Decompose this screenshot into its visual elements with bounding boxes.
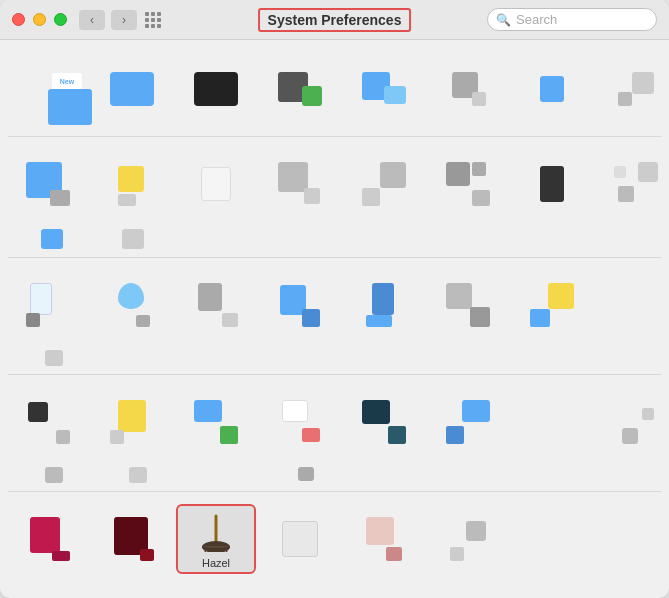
pref-icon-r2-1[interactable] xyxy=(8,149,88,219)
pref-icon-r2-4[interactable] xyxy=(260,149,340,219)
titlebar: ‹ › System Preferences 🔍 Search xyxy=(0,0,669,40)
system-preferences-window: ‹ › System Preferences 🔍 Search xyxy=(0,0,669,598)
traffic-lights xyxy=(12,13,67,26)
pref-icon-hazel[interactable]: Hazel xyxy=(176,504,256,574)
forward-button[interactable]: › xyxy=(111,10,137,30)
forward-icon: › xyxy=(122,13,126,27)
pref-icon-r4-5[interactable] xyxy=(344,387,424,457)
pref-icon-r2-5[interactable] xyxy=(344,149,424,219)
pref-icon-r1-3[interactable] xyxy=(176,54,256,124)
pref-icon-r1-5[interactable] xyxy=(344,54,424,124)
pref-icon-r4-8[interactable] xyxy=(596,387,669,457)
window-title: System Preferences xyxy=(258,8,412,32)
pref-icon-r1-7[interactable] xyxy=(512,54,592,124)
separator-1 xyxy=(8,136,661,137)
pref-icon-r3-6[interactable] xyxy=(428,270,508,340)
separator-2 xyxy=(8,257,661,258)
pref-icon-r3-3[interactable] xyxy=(176,270,256,340)
pref-icon-r2-3[interactable] xyxy=(176,149,256,219)
hazel-label: Hazel xyxy=(202,557,230,569)
maximize-button[interactable] xyxy=(54,13,67,26)
search-placeholder: Search xyxy=(516,12,557,27)
icon-row-2 xyxy=(8,145,661,223)
search-box[interactable]: 🔍 Search xyxy=(487,8,657,31)
pref-icon-r3-1[interactable] xyxy=(8,270,88,340)
close-button[interactable] xyxy=(12,13,25,26)
svg-line-5 xyxy=(221,548,222,552)
search-icon: 🔍 xyxy=(496,13,511,27)
pref-icon-r4-1[interactable] xyxy=(8,387,88,457)
nav-buttons: ‹ › xyxy=(79,10,137,30)
pref-icon-r3-5[interactable] xyxy=(344,270,424,340)
hazel-broom-icon xyxy=(199,512,233,552)
pref-icon-r4-7[interactable] xyxy=(512,387,592,457)
pref-icon-r4-2[interactable] xyxy=(92,387,172,457)
pref-icon-r4-4[interactable] xyxy=(260,387,340,457)
pref-icon-r3-7[interactable] xyxy=(512,270,592,340)
pref-icon-r5-2[interactable] xyxy=(92,504,172,574)
grid-button[interactable] xyxy=(143,10,163,30)
icon-row-3 xyxy=(8,266,661,344)
pref-icon-r3-2[interactable] xyxy=(92,270,172,340)
pref-icon-r4-6[interactable] xyxy=(428,387,508,457)
icon-row-4 xyxy=(8,383,661,461)
pref-icon-r5-1[interactable] xyxy=(8,504,88,574)
back-button[interactable]: ‹ xyxy=(79,10,105,30)
preferences-grid: New xyxy=(0,40,669,598)
pref-icon-r1-4[interactable] xyxy=(260,54,340,124)
minimize-button[interactable] xyxy=(33,13,46,26)
pref-icon-r5-4[interactable] xyxy=(260,504,340,574)
title-area: System Preferences xyxy=(258,8,412,32)
pref-icon-r2-2[interactable] xyxy=(92,149,172,219)
icon-row-1: New xyxy=(8,50,661,128)
svg-line-3 xyxy=(210,548,211,552)
pref-icon-r2-7[interactable] xyxy=(512,149,592,219)
pref-icon-r5-6[interactable] xyxy=(428,504,508,574)
grid-icon xyxy=(145,12,161,28)
sub-row-2 xyxy=(8,229,661,249)
icon-row-5: Hazel xyxy=(8,500,661,578)
pref-icon-r3-4[interactable] xyxy=(260,270,340,340)
separator-3 xyxy=(8,374,661,375)
sub-row-4 xyxy=(8,467,661,483)
pref-icon-r1-1[interactable]: New xyxy=(8,54,88,124)
pref-icon-r2-8[interactable] xyxy=(596,149,669,219)
back-icon: ‹ xyxy=(90,13,94,27)
sub-row-3 xyxy=(8,350,661,366)
search-area[interactable]: 🔍 Search xyxy=(487,8,657,31)
pref-icon-r1-8[interactable] xyxy=(596,54,669,124)
pref-icon-r4-3[interactable] xyxy=(176,387,256,457)
pref-icon-r2-6[interactable] xyxy=(428,149,508,219)
pref-icon-r5-5[interactable] xyxy=(344,504,424,574)
pref-icon-r1-2[interactable] xyxy=(92,54,172,124)
separator-4 xyxy=(8,491,661,492)
pref-icon-r1-6[interactable] xyxy=(428,54,508,124)
